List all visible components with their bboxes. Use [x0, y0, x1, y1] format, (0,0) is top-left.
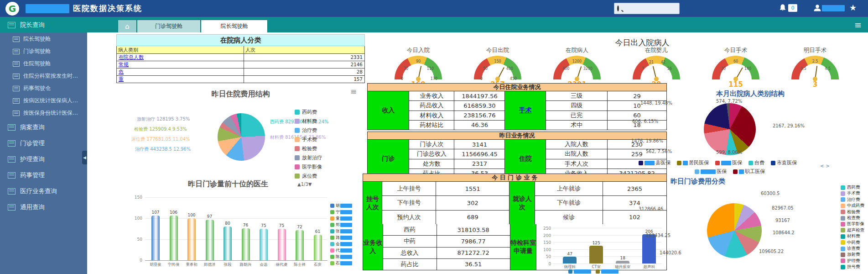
sidebar-item-0[interactable]: 院长查询 [0, 17, 87, 33]
doctor-legend-item[interactable]: 童 [330, 216, 352, 221]
sidebar-item-3[interactable]: 住院驾驶舱 [0, 58, 87, 70]
outfee-legend-item[interactable]: 医学影像 [841, 221, 864, 227]
today-inpatient-panel: 今日住院业务情况 收入 业务收入 1844197.56 药品收入 616859.… [367, 83, 667, 130]
row-label: 上午挂号 [382, 182, 436, 195]
row-value: 689 [436, 211, 509, 224]
user-icon[interactable] [813, 4, 821, 13]
sidebar-item-9[interactable]: 门诊管理 [0, 135, 87, 151]
tab-home[interactable]: ⌂ [118, 20, 137, 32]
outfee-legend-item[interactable]: 中药费 [841, 240, 860, 246]
discharge-legend-item[interactable]: 自费 [748, 159, 764, 166]
doctor-name: 宁尚侠 [164, 262, 183, 268]
gauge-5: 明日手术 0.52.54.5 3 [781, 47, 849, 92]
sidebar-item-12[interactable]: 医疗业务查询 [0, 183, 87, 199]
fee-legend-item[interactable]: 医学影像 [295, 163, 322, 170]
tabbar-menu-icon[interactable]: ≡ [854, 20, 862, 30]
surgery-link[interactable]: 手术 [519, 106, 532, 115]
doctor-legend-item[interactable]: 张 [330, 228, 352, 234]
sidebar-item-11[interactable]: 药事管理 [0, 167, 87, 183]
fee-legend-item[interactable]: 检验费 [295, 145, 317, 152]
search-box[interactable] [614, 3, 680, 14]
patient-class-link[interactable]: 常规 [119, 62, 129, 68]
discharge-legend-item[interactable]: 居民医保 [677, 159, 709, 166]
outfee-legend-item[interactable]: 放射费 [841, 252, 860, 258]
doctor-legend-item[interactable]: 宁 [330, 209, 352, 215]
gauge-tick: 150 [474, 59, 521, 63]
discharge-legend-item[interactable]: 医保 [695, 168, 727, 175]
patient-class-link[interactable]: 在院总人数 [119, 54, 144, 60]
fee-legend-item[interactable]: 放射治疗 [295, 154, 322, 161]
doctor-legend-item[interactable]: 郑 [330, 222, 352, 228]
doctor-legend-item[interactable]: 陈 [330, 254, 352, 260]
mini-legend-item[interactable] [596, 269, 619, 274]
inpatient-fee-pie [218, 113, 265, 161]
sidebar-item-1[interactable]: 院长驾驶舱 [0, 33, 87, 45]
outfee-legend-item[interactable]: 超声检查 [841, 227, 864, 233]
sidebar-item-6[interactable]: 按病区统计医保病人费用 [0, 95, 87, 107]
mini-legend-item[interactable] [568, 269, 591, 274]
discharge-legend-item[interactable]: 县医保 [639, 159, 670, 166]
row-value: 1844197.56 [454, 91, 504, 100]
tab-outpatient-cockpit[interactable]: 门诊驾驶舱 [137, 20, 201, 32]
outfee-legend-item[interactable]: 材料费 [841, 233, 860, 239]
fee-legend-item[interactable]: 床位费 [295, 173, 317, 179]
outfee-legend-item[interactable]: 检验费 [841, 209, 860, 215]
fee-legend-item[interactable]: 手术费 [295, 136, 317, 143]
tab-director-cockpit[interactable]: 院长驾驶舱 [201, 20, 268, 32]
sidebar-item-8[interactable]: 病案查询 [0, 119, 87, 135]
sidebar-item-4[interactable]: 住院分科室按发生时间统... [0, 70, 87, 82]
sidebar-item-5[interactable]: 药事驾驶仓 [0, 82, 87, 95]
patient-class-link[interactable]: 重 [119, 76, 124, 82]
doctor-bar [170, 216, 178, 260]
menu-icon [13, 37, 20, 42]
data-row: 业务收入 1844197.56 [409, 91, 504, 101]
sidebar-item-13[interactable]: 通用查询 [0, 199, 87, 215]
fee-legend-item[interactable]: 材料费 [295, 118, 317, 125]
doctor-legend-item[interactable]: 会 [330, 241, 352, 247]
outfee-legend-item[interactable]: 手术费 [841, 190, 860, 196]
gauge-tick: 400 [506, 67, 513, 71]
outfee-legend-item[interactable]: 治疗费 [841, 197, 860, 203]
outfee-legend-item[interactable]: 检查费 [841, 215, 860, 221]
doctor-bar [242, 228, 250, 260]
notification-bell-icon[interactable] [779, 4, 788, 13]
outfee-legend-item[interactable]: 挂号费 [841, 264, 860, 270]
menu-icon [13, 74, 20, 79]
outfee-legend-item[interactable]: 护理费 [841, 258, 860, 264]
doctor-legend-item[interactable]: 代 [330, 248, 352, 253]
search-input[interactable] [621, 5, 688, 12]
chart-toolbox-icon[interactable]: ≡ [350, 87, 357, 96]
discharge-callout: 574, 7.72% [716, 99, 742, 104]
discharge-legend-item[interactable]: 医保 [715, 159, 742, 166]
patient-class-link[interactable]: 危 [119, 69, 124, 75]
sidebar-item-2[interactable]: 门诊驾驶舱 [0, 45, 87, 58]
doctor-legend-item[interactable]: 石 [330, 260, 352, 266]
outfee-legend-item[interactable]: 诊查费 [841, 246, 860, 252]
doctors-bar-title: 昨日门诊量前十位的医生 [155, 179, 301, 189]
sidebar-item-7[interactable]: 按医保身份统计医保病人... [0, 107, 87, 119]
notification-badge: 0 [788, 4, 797, 12]
discharge-legend-pager[interactable]: <> [820, 163, 832, 169]
discharge-callout: 562, 7.56% [646, 149, 672, 154]
sidebar-item-10[interactable]: 护理查询 [0, 151, 87, 167]
doctor-bar-value: 106 [165, 210, 182, 215]
mini-y-tick: 0 [539, 262, 551, 266]
sidebar-item-label: 药事管理 [20, 171, 45, 179]
outpatient-fee-callout: 82967.05 [772, 206, 794, 211]
sidebar-collapse-icon[interactable]: ◀ [82, 151, 87, 164]
favorite-star-icon[interactable]: ★ [849, 3, 857, 12]
sidebar-item-label: 医疗业务查询 [20, 187, 57, 195]
fee-legend-item[interactable]: 治疗费 [295, 127, 317, 134]
outfee-legend-item[interactable]: 西药费 [841, 184, 860, 190]
group-cell: 特检科室申请量 [510, 224, 537, 270]
discharge-legend-item[interactable]: 职工医保 [733, 168, 765, 175]
discharge-legend-item[interactable]: 市直医保 [771, 159, 797, 166]
outfee-legend-item[interactable]: 中成药费 [841, 203, 864, 209]
gauge-tick: 140 [744, 67, 751, 71]
gauge-value: 3 [781, 80, 849, 89]
doctor-legend-item[interactable]: 路 [330, 235, 352, 241]
doctor-legend-item[interactable]: 胡 [330, 203, 352, 209]
doctor-bar [314, 235, 322, 260]
row-value: 36.51 [437, 259, 510, 270]
fee-legend-item[interactable]: 西药费 [295, 109, 317, 116]
